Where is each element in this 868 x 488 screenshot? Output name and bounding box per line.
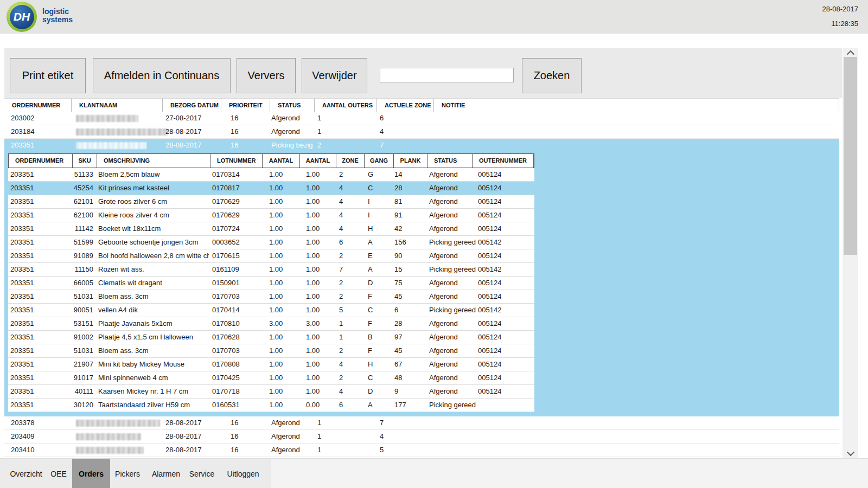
orders-column-actuele-zone[interactable]: ACTUELE ZONE (377, 99, 434, 112)
verwijder-button[interactable]: Verwijder (302, 58, 367, 93)
order-line-row-53151[interactable]: 20335153151Plaatje Javanais 5x1cm0170810… (8, 317, 534, 331)
line-status-cell: Afgerond (429, 182, 479, 195)
detail-column-outernummer[interactable]: OUTERNUMMER (473, 154, 534, 168)
order-line-row-91002[interactable]: 20335191002Plaatje 4,5 x1,5 cm Halloween… (8, 331, 534, 344)
orders-column-klantnaam[interactable]: KLANTNAAM (72, 99, 163, 112)
order-line-row-51133[interactable]: 20335151133Bloem 2,5cm blauw01703141.001… (8, 168, 534, 182)
tab-oee[interactable]: OEE (48, 459, 69, 488)
line-outernummer-cell: 005124 (478, 222, 501, 236)
order-line-row-51031[interactable]: 20335151031Bloem ass. 3cm01707031.001.00… (8, 344, 534, 358)
line-aantal-1-cell: 1.00 (269, 358, 283, 371)
line-aantal-1-cell: 1.00 (269, 331, 283, 344)
line-lotnummer-cell: 0170425 (212, 371, 240, 385)
order-line-row-30120[interactable]: 20335130120Taartstandaard zilver H59 cm0… (8, 399, 534, 412)
scrollbar-up-button[interactable] (843, 48, 858, 57)
detail-column-gang[interactable]: GANG (365, 154, 394, 168)
klantnaam-cell (76, 430, 141, 444)
redacted-klantnaam-blur (76, 142, 146, 149)
line-plank-cell: 91 (394, 209, 402, 222)
selected-order-detail-panel: ORDERNUMMER SKU OMSCHRIJVING LOTNUMMER A… (4, 152, 839, 416)
order-line-row-91017[interactable]: 20335191017Mini spinnenweb 4 cm01704251.… (8, 371, 534, 385)
orders-column-status[interactable]: STATUS (270, 99, 315, 112)
scrollbar-thumb[interactable] (844, 57, 857, 255)
detail-column-lotnummer[interactable]: LOTNUMMER (210, 154, 263, 168)
orders-column-notitie[interactable]: NOTITIE (434, 99, 839, 112)
line-gang-cell: C (368, 371, 373, 385)
tab-orders[interactable]: Orders (72, 459, 110, 488)
order-row-203409[interactable]: 20340928-08-201716Afgerond14 (4, 430, 839, 444)
line-zone-cell: 4 (339, 182, 343, 195)
order-line-row-90051[interactable]: 20335190051vellen A4 dik01704141.001.005… (8, 304, 534, 317)
detail-column-plank[interactable]: PLANK (394, 154, 427, 168)
order-line-row-11150[interactable]: 20335111150Rozen wit ass.01611091.001.00… (8, 263, 534, 277)
detail-column-zone[interactable]: ZONE (336, 154, 365, 168)
tab-uitloggen[interactable]: Uitloggen (226, 459, 260, 488)
order-line-row-66005[interactable]: 20335166005Clematis wit dragant01509011.… (8, 277, 534, 290)
line-plank-cell: 97 (394, 331, 402, 344)
line-outernummer-cell: 005124 (478, 182, 501, 195)
detail-column-aantal-1[interactable]: AANTAL (263, 154, 300, 168)
line-gang-cell: G (368, 168, 373, 182)
orders-column-bezorg-datum[interactable]: BEZORG DATUM (163, 99, 221, 112)
line-lotnummer-cell: 0003652 (212, 236, 240, 249)
line-outernummer-cell: 005124 (478, 277, 501, 290)
line-aantal-2-cell: 1.00 (306, 222, 320, 236)
line-lotnummer-cell: 0170414 (212, 304, 240, 317)
line-zone-cell: 4 (339, 385, 343, 399)
ververs-button[interactable]: Ververs (237, 58, 296, 93)
line-aantal-2-cell: 1.00 (306, 331, 320, 344)
line-plank-cell: 28 (394, 317, 402, 331)
line-status-cell: Picking gereed (429, 263, 479, 277)
line-omschrijving-cell: Bloem ass. 3cm (98, 344, 209, 358)
afmelden-in-continuans-button[interactable]: Afmelden in Continuans (93, 58, 231, 93)
order-line-row-21907[interactable]: 20335121907Mini kit baby Mickey Mouse017… (8, 358, 534, 371)
tab-alarmen[interactable]: Alarmen (151, 459, 181, 488)
order-row-203184[interactable]: 20318428-08-201716Afgerond14 (4, 125, 839, 139)
line-outernummer-cell: 005124 (478, 209, 501, 222)
line-sku-cell: 45254 (71, 182, 93, 195)
actuele-zone-cell: 4 (380, 125, 384, 139)
line-status-cell: Afgerond (429, 168, 479, 182)
detail-column-ordernummer[interactable]: ORDERNUMMER (9, 154, 73, 168)
aantal-outers-cell: 1 (317, 125, 321, 139)
redacted-klantnaam-blur (76, 447, 144, 454)
order-row-203378[interactable]: 20337828-08-201716Afgerond17 (4, 416, 839, 430)
detail-column-status[interactable]: STATUS (427, 154, 473, 168)
order-line-row-51599[interactable]: 20335151599Geboorte schoentje jongen 3cm… (8, 236, 534, 249)
line-aantal-1-cell: 1.00 (269, 195, 283, 209)
order-row-203002[interactable]: 20300227-08-201716Afgerond16 (4, 112, 839, 125)
order-line-row-91089[interactable]: 20335191089Bol hoofd halloween 2,8 cm wi… (8, 249, 534, 263)
tab-service[interactable]: Service (189, 459, 215, 488)
vertical-scrollbar[interactable] (843, 48, 858, 458)
order-line-row-11142[interactable]: 20335111142Boeket wit 18x11cm01707241.00… (8, 222, 534, 236)
line-lotnummer-cell: 0150901 (212, 277, 240, 290)
order-line-row-51031[interactable]: 20335151031Bloem ass. 3cm01707031.001.00… (8, 290, 534, 304)
order-line-row-62100[interactable]: 20335162100Kleine roos zilver 4 cm017062… (8, 209, 534, 222)
scrollbar-down-button[interactable] (843, 449, 858, 458)
line-omschrijving-cell: Kaarsen Mickey nr. 1 H 7 cm (98, 385, 209, 399)
detail-column-omschrijving[interactable]: OMSCHRIJVING (97, 154, 210, 168)
line-ordernummer-cell: 203351 (10, 236, 34, 249)
line-gang-cell: C (368, 182, 373, 195)
line-ordernummer-cell: 203351 (10, 290, 34, 304)
line-status-cell: Afgerond (429, 209, 479, 222)
tab-overzicht[interactable]: Overzicht (5, 459, 47, 488)
order-row-203351[interactable]: 20335128-08-201716Picking bezig27 (4, 139, 839, 152)
order-line-row-62101[interactable]: 20335162101Grote roos zilver 6 cm0170629… (8, 195, 534, 209)
detail-column-sku[interactable]: SKU (73, 154, 97, 168)
orders-column-ordernummer[interactable]: ORDERNUMMER (4, 99, 72, 112)
orders-column-prioriteit[interactable]: PRIORITEIT (221, 99, 270, 112)
search-input[interactable] (380, 68, 514, 82)
line-gang-cell: D (368, 277, 373, 290)
order-line-row-45254[interactable]: 20335145254Kit prinses met kasteel017081… (8, 182, 534, 195)
prioriteit-cell: 16 (231, 444, 238, 457)
detail-column-aantal-2[interactable]: AANTAL (300, 154, 336, 168)
line-aantal-2-cell: 1.00 (306, 209, 320, 222)
line-lotnummer-cell: 0170810 (212, 317, 240, 331)
orders-column-aantal-outers[interactable]: AANTAL OUTERS (315, 99, 377, 112)
tab-pickers[interactable]: Pickers (114, 459, 141, 488)
order-row-203410[interactable]: 20341028-08-201716Afgerond15 (4, 444, 839, 457)
print-etiket-button[interactable]: Print etiket (10, 58, 86, 93)
order-line-row-40111[interactable]: 20335140111Kaarsen Mickey nr. 1 H 7 cm01… (8, 385, 534, 399)
zoeken-button[interactable]: Zoeken (522, 58, 582, 93)
